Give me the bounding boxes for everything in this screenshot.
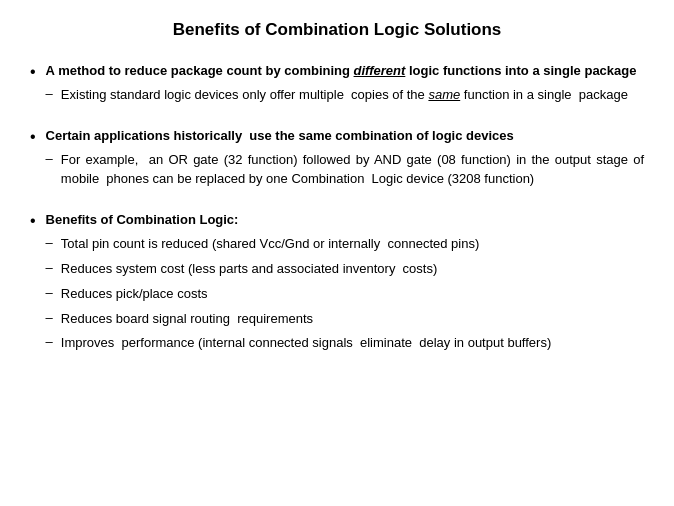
sub-bullet-icon: – [46,334,53,349]
item3-sub4-text: Reduces board signal routing requirement… [61,310,313,329]
list-item: • Benefits of Combination Logic: – Total… [30,211,644,359]
list-item: – Reduces system cost (less parts and as… [46,260,644,279]
sub-bullet-icon: – [46,285,53,300]
item3-sub3-text: Reduces pick/place costs [61,285,208,304]
list-item: – For example, an OR gate (32 function) … [46,151,644,189]
sub-bullet-icon: – [46,260,53,275]
list-item: – Existing standard logic devices only o… [46,86,644,105]
item3-content: Benefits of Combination Logic: – Total p… [46,211,644,359]
item2-main-text: Certain applications historically use th… [46,127,644,145]
item1-main-text: A method to reduce package count by comb… [46,62,644,80]
bullet-icon: • [30,128,36,146]
list-item: – Reduces board signal routing requireme… [46,310,644,329]
emphasis-same: same [428,87,460,102]
emphasis-different: different [354,63,406,78]
sub-bullet-icon: – [46,310,53,325]
list-item: • A method to reduce package count by co… [30,62,644,111]
bullet-icon: • [30,63,36,81]
item2-sub-list: – For example, an OR gate (32 function) … [46,151,644,189]
page: Benefits of Combination Logic Solutions … [0,0,674,506]
item3-sub1-text: Total pin count is reduced (shared Vcc/G… [61,235,479,254]
list-item: – Total pin count is reduced (shared Vcc… [46,235,644,254]
sub-bullet-icon: – [46,86,53,101]
item2-content: Certain applications historically use th… [46,127,644,195]
item1-content: A method to reduce package count by comb… [46,62,644,111]
list-item: • Certain applications historically use … [30,127,644,195]
item3-main-text: Benefits of Combination Logic: [46,211,644,229]
item1-sub1-text: Existing standard logic devices only off… [61,86,628,105]
bullet-icon: • [30,212,36,230]
sub-bullet-icon: – [46,235,53,250]
item3-sub5-text: Improves performance (internal connected… [61,334,551,353]
main-list: • A method to reduce package count by co… [30,62,644,359]
item3-sub-list: – Total pin count is reduced (shared Vcc… [46,235,644,353]
list-item: – Reduces pick/place costs [46,285,644,304]
item3-sub2-text: Reduces system cost (less parts and asso… [61,260,437,279]
item2-sub1-text: For example, an OR gate (32 function) fo… [61,151,644,189]
sub-bullet-icon: – [46,151,53,166]
page-title: Benefits of Combination Logic Solutions [30,20,644,40]
list-item: – Improves performance (internal connect… [46,334,644,353]
item1-sub-list: – Existing standard logic devices only o… [46,86,644,105]
